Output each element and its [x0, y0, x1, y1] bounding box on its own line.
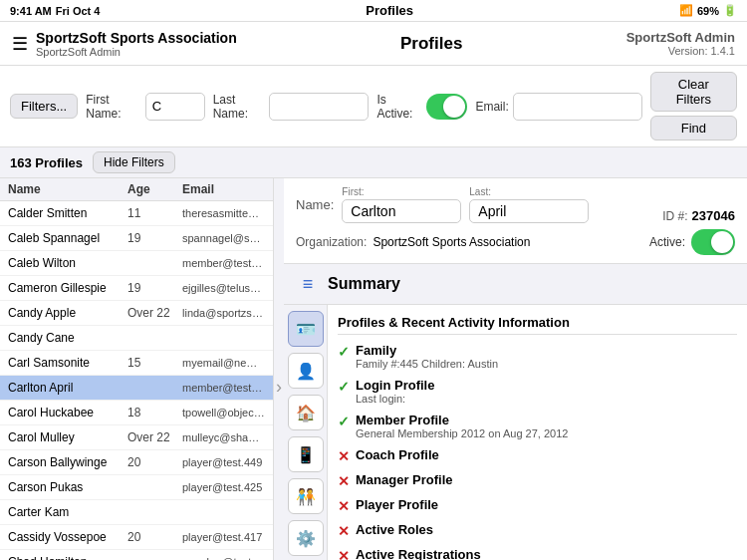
- id-label: ID #:: [662, 209, 687, 223]
- is-active-toggle[interactable]: [426, 94, 468, 120]
- id-card-icon[interactable]: 🪪: [288, 311, 324, 347]
- list-item-name: Carol Mulley: [8, 430, 127, 444]
- item-content: Player Profile: [356, 497, 737, 512]
- section-title: Profiles & Recent Activity Information: [338, 311, 737, 335]
- list-item-email: player@test.417: [182, 531, 265, 543]
- list-item[interactable]: Carter Kam: [0, 500, 273, 525]
- list-item[interactable]: Caleb Wilton member@test.406: [0, 251, 273, 276]
- list-item[interactable]: Carl Samsonite 15 myemail@newaccount.co: [0, 351, 273, 376]
- list-item[interactable]: Cameron Gillespie 19 ejgilles@telusplane…: [0, 276, 273, 301]
- first-name-input[interactable]: [145, 93, 205, 121]
- list-panel: Name Age Email Calder Smitten 11 theresa…: [0, 178, 274, 560]
- list-item[interactable]: Candy Apple Over 22 linda@sportzsoft.com: [0, 301, 273, 326]
- item-title: Member Profile: [356, 413, 737, 427]
- list-item-age: 19: [127, 231, 182, 245]
- hide-filters-button[interactable]: Hide Filters: [93, 151, 175, 173]
- list-item[interactable]: Cassidy Vossepoe 20 player@test.417: [0, 525, 273, 550]
- list-item[interactable]: Carol Mulley Over 22 mulleyc@shaw.ca: [0, 425, 273, 450]
- first-name-label: First Name:: [86, 93, 140, 121]
- item-content: Family Family #:445 Children: Austin: [356, 343, 737, 370]
- filter-bar: Filters... First Name: Last Name: Is Act…: [0, 66, 747, 147]
- profile-summary-item: ✕ Active Registrations: [338, 543, 737, 560]
- list-item[interactable]: Candy Cane: [0, 326, 273, 351]
- list-item-name: Candy Cane: [8, 331, 127, 345]
- org-value: SportzSoft Sports Association: [373, 235, 530, 249]
- list-item[interactable]: Carlton April member@test.445: [0, 376, 273, 401]
- list-item-name: Calder Smitten: [8, 206, 127, 220]
- item-title: Coach Profile: [356, 447, 737, 462]
- list-item-email: ejgilles@telusplanet.net: [182, 282, 265, 294]
- active-toggle[interactable]: [691, 229, 735, 255]
- summary-list-icon: ≡: [296, 272, 320, 296]
- version-label: Version: 1.4.1: [626, 45, 735, 57]
- page-title-center: Profiles: [366, 3, 413, 18]
- list-item[interactable]: Calder Smitten 11 theresasmitten@hotmail…: [0, 201, 273, 226]
- list-item[interactable]: Carson Pukas player@test.425: [0, 475, 273, 500]
- last-name-input[interactable]: [269, 93, 369, 121]
- profile-summary-item: ✕ Active Roles: [338, 518, 737, 543]
- item-content: Active Registrations: [356, 547, 737, 560]
- last-field-label: Last:: [469, 186, 589, 197]
- list-item-email: member@test.445: [182, 382, 265, 394]
- list-item[interactable]: Carol Huckabee 18 tpowell@objectsight.co…: [0, 401, 273, 425]
- list-item[interactable]: Carson Ballywinge 20 player@test.449: [0, 450, 273, 475]
- find-button[interactable]: Find: [650, 116, 737, 140]
- profiles-bar: 163 Profiles Hide Filters: [0, 147, 747, 178]
- list-item-name: Caleb Wilton: [8, 256, 127, 270]
- item-subtitle: Last login:: [356, 393, 737, 405]
- family-icon[interactable]: 🧑‍🤝‍🧑: [288, 478, 324, 514]
- phone-icon[interactable]: 📱: [288, 436, 324, 472]
- list-item-name: Cameron Gillespie: [8, 281, 127, 295]
- item-title: Active Roles: [356, 522, 737, 537]
- item-title: Manager Profile: [356, 472, 737, 487]
- profile-summary-item: ✕ Player Profile: [338, 493, 737, 518]
- app-subtitle: SportzSoft Admin: [36, 46, 237, 58]
- time: 9:41 AM: [10, 5, 52, 17]
- list-item[interactable]: Chad Hamilton member@test.460: [0, 550, 273, 560]
- status-bar: 9:41 AM Fri Oct 4 Profiles 📶 69% 🔋: [0, 0, 747, 22]
- chevron-right-icon[interactable]: ›: [272, 373, 286, 402]
- list-item-email: spannagel@shaw.ca: [182, 232, 265, 244]
- item-content: Coach Profile: [356, 447, 737, 462]
- item-subtitle: Family #:445 Children: Austin: [356, 358, 737, 370]
- list-item-email: player@test.425: [182, 481, 265, 493]
- list-item-email: mulleyc@shaw.ca: [182, 431, 265, 443]
- x-icon: ✕: [338, 448, 350, 464]
- item-title: Family: [356, 343, 737, 358]
- email-input[interactable]: [513, 93, 642, 121]
- person-icon[interactable]: 👤: [288, 353, 324, 389]
- item-content: Manager Profile: [356, 472, 737, 487]
- list-item-email: player@test.449: [182, 456, 265, 468]
- col-email: Email: [182, 182, 265, 196]
- clear-filters-button[interactable]: Clear Filters: [650, 72, 737, 112]
- list-item[interactable]: Caleb Spannagel 19 spannagel@shaw.ca: [0, 226, 273, 251]
- item-content: Member Profile General Membership 2012 o…: [356, 413, 737, 439]
- profile-items-panel: Profiles & Recent Activity Information ✓…: [328, 305, 747, 560]
- list-item-age: 20: [127, 455, 182, 469]
- profile-id: 237046: [692, 208, 735, 223]
- home-icon[interactable]: 🏠: [288, 395, 324, 430]
- email-label: Email:: [475, 100, 508, 114]
- list-item-age: Over 22: [127, 430, 182, 444]
- item-title: Active Registrations: [356, 547, 737, 560]
- profile-header: Name: First: Last: ID #: 237046 Organiza…: [284, 178, 747, 264]
- profile-last-name-input[interactable]: [469, 199, 589, 223]
- list-item-name: Carlton April: [8, 381, 127, 395]
- list-item-name: Cassidy Vossepoe: [8, 530, 127, 544]
- list-item-email: tpowell@objectsight.com: [182, 407, 265, 419]
- filters-button[interactable]: Filters...: [10, 94, 78, 119]
- item-title: Player Profile: [356, 497, 737, 512]
- list-item-name: Chad Hamilton: [8, 555, 127, 560]
- list-item-name: Carson Pukas: [8, 480, 127, 494]
- list-item-name: Candy Apple: [8, 306, 127, 320]
- list-item-name: Caleb Spannagel: [8, 231, 127, 245]
- check-icon: ✓: [338, 344, 350, 360]
- date: Fri Oct 4: [56, 5, 101, 17]
- header: ☰ SportzSoft Sports Association SportzSo…: [0, 22, 747, 66]
- hamburger-menu-icon[interactable]: ☰: [12, 33, 28, 55]
- battery-level: 69%: [697, 5, 719, 17]
- item-title: Login Profile: [356, 378, 737, 393]
- list-item-age: 15: [127, 356, 182, 370]
- profile-first-name-input[interactable]: [342, 199, 461, 223]
- settings-icon[interactable]: ⚙️: [288, 520, 324, 556]
